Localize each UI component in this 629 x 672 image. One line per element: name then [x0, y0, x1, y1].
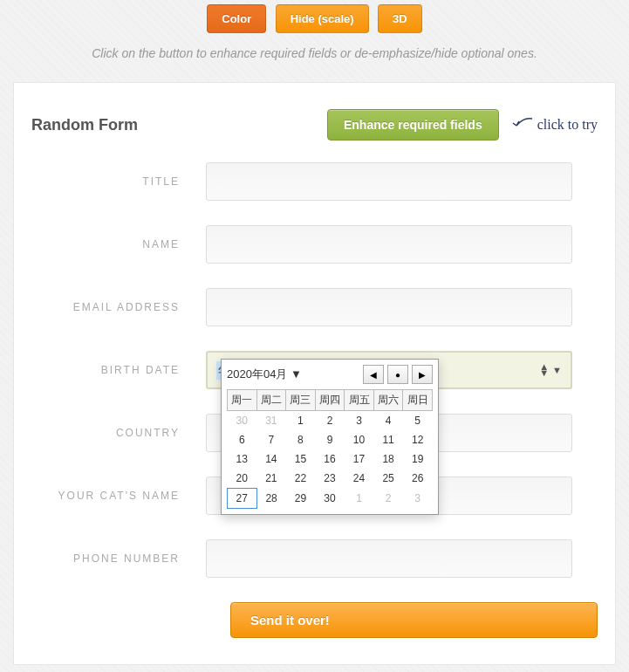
form-card: Random Form Enhance required fields clic… [13, 82, 616, 665]
3d-button[interactable]: 3D [378, 4, 422, 33]
calendar-day[interactable]: 22 [286, 469, 316, 489]
calendar-day[interactable]: 14 [256, 449, 286, 469]
calendar-weekday: 周六 [373, 390, 403, 411]
enhance-required-button[interactable]: Enhance required fields [327, 109, 499, 141]
calendar-day[interactable]: 1 [345, 489, 374, 509]
calendar-day[interactable]: 17 [345, 449, 374, 469]
calendar-day[interactable]: 29 [286, 489, 316, 509]
color-button[interactable]: Color [207, 4, 266, 33]
country-label: COUNTRY [31, 427, 206, 439]
calendar-day[interactable]: 24 [345, 469, 374, 489]
calendar-day[interactable]: 6 [228, 430, 257, 449]
form-title: Random Form [31, 116, 138, 134]
instruction-text: Click on the button to enhance required … [0, 46, 629, 60]
email-label: EMAIL ADDRESS [31, 301, 206, 313]
name-input[interactable] [206, 225, 572, 264]
calendar-day[interactable]: 30 [228, 411, 257, 431]
calendar-day[interactable]: 13 [228, 449, 257, 469]
email-input[interactable] [206, 288, 572, 326]
calendar-day[interactable]: 5 [403, 411, 433, 431]
calendar-day[interactable]: 12 [403, 430, 433, 449]
calendar-day[interactable]: 26 [403, 469, 433, 489]
calendar-day[interactable]: 4 [373, 411, 403, 431]
calendar-day[interactable]: 21 [256, 469, 286, 489]
date-dropdown-icon[interactable]: ▼ [552, 365, 562, 375]
date-spinner-icon[interactable]: ▲▼ [539, 364, 549, 376]
calendar-day[interactable]: 19 [403, 449, 433, 469]
calendar-next-button[interactable]: ▶ [412, 365, 433, 384]
calendar-day[interactable]: 23 [315, 469, 345, 489]
click-to-try-hint: click to try [508, 115, 598, 134]
calendar-day[interactable]: 1 [286, 411, 316, 431]
title-label: TITLE [31, 175, 206, 188]
calendar-grid: 周一周二周三周四周五周六周日 3031123456789101112131415… [227, 389, 433, 509]
calendar-month-label[interactable]: 2020年04月 ▼ [227, 367, 363, 382]
calendar-day[interactable]: 10 [345, 430, 374, 449]
calendar-day[interactable]: 7 [256, 430, 286, 449]
name-label: NAME [31, 238, 206, 250]
arrow-icon [508, 115, 534, 134]
date-picker-popup: 2020年04月 ▼ ◀ ● ▶ 周一周二周三周四周五周六周日 30311234… [221, 359, 439, 515]
calendar-weekday: 周一 [228, 390, 257, 411]
phone-label: PHONE NUMBER [31, 552, 206, 565]
submit-button[interactable]: Send it over! [230, 602, 598, 638]
hide-scale-button[interactable]: Hide (scale) [276, 4, 369, 33]
calendar-day[interactable]: 28 [256, 489, 286, 509]
cat-name-label: YOUR CAT'S NAME [31, 490, 206, 502]
calendar-day[interactable]: 27 [228, 489, 257, 509]
calendar-day[interactable]: 11 [373, 430, 403, 449]
calendar-day[interactable]: 30 [315, 489, 345, 509]
calendar-day[interactable]: 31 [256, 411, 286, 431]
calendar-day[interactable]: 2 [373, 489, 403, 509]
calendar-day[interactable]: 3 [345, 411, 374, 431]
calendar-day[interactable]: 15 [286, 449, 316, 469]
calendar-day[interactable]: 25 [373, 469, 403, 489]
calendar-weekday: 周日 [403, 390, 433, 411]
calendar-day[interactable]: 20 [228, 469, 257, 489]
title-input[interactable] [206, 162, 572, 201]
calendar-day[interactable]: 2 [315, 411, 345, 431]
calendar-day[interactable]: 9 [315, 430, 345, 449]
calendar-today-button[interactable]: ● [387, 365, 408, 384]
phone-input[interactable] [206, 539, 572, 578]
calendar-weekday: 周二 [256, 390, 286, 411]
calendar-day[interactable]: 8 [286, 430, 316, 449]
calendar-weekday: 周五 [345, 390, 374, 411]
calendar-day[interactable]: 3 [403, 489, 433, 509]
calendar-weekday: 周四 [315, 390, 345, 411]
calendar-day[interactable]: 16 [315, 449, 345, 469]
birth-date-label: BIRTH DATE [31, 364, 206, 376]
calendar-day[interactable]: 18 [373, 449, 403, 469]
calendar-prev-button[interactable]: ◀ [363, 365, 384, 384]
calendar-weekday: 周三 [286, 390, 316, 411]
